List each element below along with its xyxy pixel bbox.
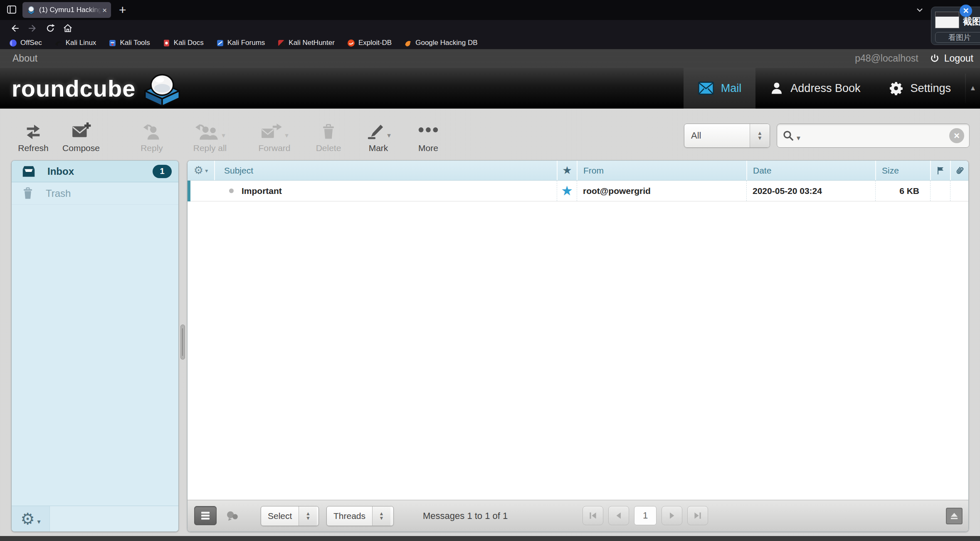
threads-view-button[interactable] [222,507,242,525]
search-icon[interactable] [782,129,795,142]
logo-text: roundcube [12,75,136,102]
pane-splitter-handle[interactable] [180,325,185,360]
column-flag-icon[interactable] [930,161,950,180]
mark-button[interactable]: ▾ Mark [351,118,405,153]
tab-close-icon[interactable]: × [102,6,107,14]
message-row[interactable]: Important ★ root@powergrid 2020-05-20 03… [188,181,968,201]
threads-dropdown[interactable]: Threads ▲▼ [326,506,394,526]
row-options-spacer [188,181,214,201]
tab-mail[interactable]: Mail [684,68,756,109]
browser-tab-bar: (1) Cymru1 Hacking Team × + [0,0,980,20]
view-image-button[interactable]: 看图片 [935,32,980,43]
folder-inbox[interactable]: Inbox 1 [12,161,178,182]
forward-icon[interactable] [27,23,38,34]
compose-icon [71,121,91,141]
message-from-cell[interactable]: root@powergrid [577,181,746,201]
taskbar-collapse-icon[interactable]: ▲ [966,68,980,109]
collapse-footer-button[interactable] [946,508,963,524]
kali-tools-icon [109,39,116,47]
list-view-button[interactable] [194,506,217,525]
message-list-header: ⚙ ▾ Subject ★ From Date Size [188,161,968,181]
more-button[interactable]: More [407,118,449,153]
bookmark-google-hacking-db[interactable]: Google Hacking DB [404,39,477,47]
bookmark-exploit-db[interactable]: Exploit-DB [347,39,392,47]
screenshot-popup: 截图 看图片 ✕ [931,7,980,45]
kali-forums-icon [216,39,224,47]
threads-spinner-icon: ▲▼ [372,506,390,526]
search-scope-value: All [684,124,750,147]
about-link[interactable]: About [12,53,37,64]
message-size-cell[interactable]: 6 KB [875,181,930,201]
popup-close-icon[interactable]: ✕ [960,5,972,17]
reload-icon[interactable] [45,23,56,34]
select-dropdown[interactable]: Select ▲▼ [261,506,319,526]
scope-spinner-icon[interactable]: ▲▼ [750,124,770,147]
next-page-button[interactable] [662,506,682,525]
column-subject[interactable]: Subject [214,161,557,180]
roundcube-logo: roundcube [12,68,184,109]
list-options-button[interactable]: ⚙ ▾ [188,161,214,180]
bookmark-offsec[interactable]: OffSec [9,39,42,47]
home-icon[interactable] [62,23,73,34]
folder-list-pane: Inbox 1 Trash ⚙ ▾ [11,160,179,532]
column-size[interactable]: Size [875,161,930,180]
bookmark-kali-forums[interactable]: Kali Forums [216,39,265,47]
new-tab-button[interactable]: + [119,2,126,18]
firefox-view-icon[interactable] [6,4,17,15]
forward-button[interactable]: ▾ Forward [243,118,306,153]
folder-options-caret-icon: ▾ [37,518,41,526]
tab-address-book[interactable]: Address Book [755,68,874,109]
select-spinner-icon: ▲▼ [299,506,317,526]
search-box[interactable]: ▼ × [777,124,970,148]
power-icon [929,53,940,64]
page-number-box[interactable]: 1 [634,506,657,525]
search-clear-icon[interactable]: × [949,128,964,143]
reply-button[interactable]: Reply [129,118,175,153]
previous-page-button[interactable] [608,506,629,525]
search-options-caret-icon[interactable]: ▼ [795,134,802,141]
tab-settings[interactable]: Settings [874,68,965,109]
refresh-button[interactable]: Refresh [12,118,54,153]
ghdb-icon [404,39,412,47]
last-page-button[interactable] [687,506,708,525]
reply-all-icon [195,122,220,141]
screenshot-thumbnail[interactable] [935,12,959,28]
column-attachment-icon[interactable] [950,161,968,180]
compose-button[interactable]: Compose [56,118,106,153]
bookmark-kali-tools[interactable]: Kali Tools [109,39,150,47]
bookmark-kali-docs[interactable]: Kali Docs [163,39,204,47]
folder-trash[interactable]: Trash [12,182,178,205]
column-from[interactable]: From [577,161,746,180]
folder-options-button[interactable]: ⚙ ▾ [12,506,50,531]
message-date-cell[interactable]: 2020-05-20 03:24 [746,181,875,201]
bookmark-kali-nethunter[interactable]: Kali NetHunter [277,39,335,47]
offsec-icon [9,39,17,47]
bookmarks-bar: OffSec Kali Linux Kali Tools Kali Docs K… [0,37,980,49]
logout-button[interactable]: Logout [929,53,973,64]
message-flag-cell[interactable] [930,181,950,201]
roundcube-taskbar: roundcube Mail Address Book [0,68,980,109]
browser-tab[interactable]: (1) Cymru1 Hacking Team × [22,2,111,18]
first-page-button[interactable] [583,506,603,525]
up-arrow-icon [949,511,960,521]
bookmark-kali-linux[interactable]: Kali Linux [54,39,96,47]
column-flagged-star-icon[interactable]: ★ [557,161,577,180]
reply-all-button[interactable]: ▾ Reply all [177,118,243,153]
search-scope-select[interactable]: All ▲▼ [684,124,770,148]
refresh-icon [24,122,43,141]
list-all-tabs-chevron-icon[interactable] [915,5,925,15]
trash-icon [319,122,338,141]
screen: (1) Cymru1 Hacking Team × + 192.1 [0,0,980,541]
column-date[interactable]: Date [746,161,875,180]
delete-button[interactable]: Delete [308,118,349,153]
search-input[interactable] [804,130,949,141]
message-subject-cell[interactable]: Important [214,181,557,201]
folder-options-gear-icon: ⚙ [20,511,35,527]
kali-docs-icon [163,39,170,47]
message-attachment-cell[interactable] [950,181,968,201]
screenshot-popup-title: 截图 [963,15,980,28]
folder-pane-footer: ⚙ ▾ [12,506,178,531]
back-icon[interactable] [9,23,20,34]
taskbar-items: Mail Address Book Settings ▲ [684,68,980,109]
message-flagged-star-icon[interactable]: ★ [557,181,577,201]
